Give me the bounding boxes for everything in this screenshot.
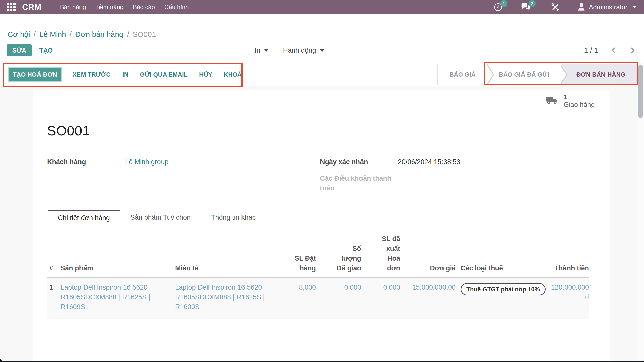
vertical-scrollbar-thumb[interactable]: [638, 65, 643, 118]
pager-value[interactable]: 1 / 1: [584, 46, 598, 55]
breadcrumb-separator: /: [70, 29, 72, 40]
statusbar: TẠO HOÁ ĐƠN XEM TRƯỚC IN GỬI QUA EMAIL H…: [0, 64, 644, 85]
breadcrumb-opportunities[interactable]: Cơ hội: [8, 29, 30, 40]
step-quotation-sent[interactable]: BÁO GIÁ ĐÃ GỬI: [487, 64, 561, 85]
tax-badge: Thuế GTGT phải nộp 10%: [461, 283, 546, 295]
truck-icon: [546, 96, 558, 106]
col-qty-invoiced: SL đã xuất Hoá đơn: [361, 228, 400, 278]
chevron-left-icon[interactable]: [610, 47, 617, 54]
message-count-badge: 2: [529, 0, 536, 7]
breadcrumb-separator: /: [34, 29, 36, 40]
col-index: #: [47, 228, 61, 278]
edit-button[interactable]: SỬA: [7, 44, 32, 56]
activities-button[interactable]: 1: [494, 3, 502, 11]
col-product: Sản phẩm: [61, 228, 175, 278]
product-link[interactable]: Laptop Dell Inspiron 16 5620 R1605SDCXM8…: [61, 283, 175, 312]
activity-count-badge: 1: [500, 0, 507, 7]
col-description: Miêu tả: [175, 228, 283, 278]
breadcrumb: Cơ hội / Lê Minh / Đơn bán hàng / SO001: [8, 29, 644, 40]
caret-down-icon: [632, 6, 637, 8]
lock-button[interactable]: KHOÁ: [224, 71, 242, 78]
main-content: 1 Giao hàng SO001 Khách hàng Lê Minh gro…: [0, 86, 637, 361]
caret-down-icon: [320, 49, 324, 52]
status-steps: BÁO GIÁ BÁO GIÁ ĐÃ GỬI ĐƠN BÁN HÀNG: [437, 64, 637, 85]
top-navbar: CRM Bán hàng Tiềm năng Báo cáo Cấu hình …: [0, 0, 644, 14]
print-button[interactable]: IN: [122, 71, 129, 78]
statusbar-buttons: TẠO HOÁ ĐƠN XEM TRƯỚC IN GỬI QUA EMAIL H…: [9, 68, 242, 81]
apps-grid-icon[interactable]: [7, 3, 16, 11]
messages-button[interactable]: 2: [521, 3, 531, 11]
delivery-count: 1: [564, 93, 595, 101]
field-group-right: Ngày xác nhận 20/06/2024 15:38:53 Các Đi…: [320, 157, 596, 200]
create-invoice-button[interactable]: TẠO HOÁ ĐƠN: [9, 68, 61, 81]
field-groups: Khách hàng Lê Minh group Ngày xác nhận 2…: [47, 157, 596, 200]
confirm-date-value: 20/06/2024 15:38:53: [398, 157, 460, 167]
col-qty-ordered: SL Đặt hàng: [283, 228, 316, 278]
tab-other-info[interactable]: Thông tin khác: [201, 210, 266, 226]
col-subtotal: Thành tiền: [546, 228, 589, 278]
table-header-row: # Sản phẩm Miêu tả SL Đặt hàng Số lượng …: [47, 228, 589, 278]
breadcrumb-separator: /: [127, 29, 129, 40]
preview-button[interactable]: XEM TRƯỚC: [73, 71, 111, 78]
delivery-smart-button[interactable]: 1 Giao hàng: [538, 90, 610, 111]
col-unit-price: Đơn giá: [400, 228, 456, 278]
control-dropdowns: In Hành động: [255, 44, 324, 56]
qty-invoiced-value: 0,000: [361, 278, 400, 319]
form-sheet: 1 Giao hàng SO001 Khách hàng Lê Minh gro…: [33, 90, 610, 361]
vertical-scrollbar-track[interactable]: [637, 63, 644, 361]
order-title: SO001: [47, 123, 610, 139]
wrench-icon: [551, 3, 560, 11]
subtotal-value: 120.000.000 đ: [546, 278, 589, 319]
create-button[interactable]: TẠO: [39, 47, 53, 54]
caret-down-icon: [264, 49, 268, 52]
breadcrumb-sale-orders[interactable]: Đơn bán hàng: [75, 29, 123, 40]
tab-optional-products[interactable]: Sản phẩm Tuỳ chọn: [120, 210, 201, 226]
user-name: Administrator: [589, 3, 627, 11]
menu-config[interactable]: Cấu hình: [163, 2, 190, 12]
field-group-left: Khách hàng Lê Minh group: [47, 157, 320, 200]
user-menu[interactable]: Administrator: [577, 2, 637, 12]
col-qty-delivered: Số lượng Đã giao: [316, 228, 361, 278]
breadcrumb-current: SO001: [133, 29, 156, 40]
col-taxes: Các loại thuế: [456, 228, 546, 278]
control-panel: SỬA TẠO In Hành động 1 / 1: [7, 44, 644, 56]
notebook-tabs: Chi tiết đơn hàng Sản phẩm Tuỳ chọn Thôn…: [48, 210, 610, 226]
developer-tools-button[interactable]: [551, 3, 560, 11]
step-quotation[interactable]: BÁO GIÁ: [438, 64, 487, 85]
row-index: 1: [47, 278, 61, 319]
cancel-button[interactable]: HỦY: [199, 71, 212, 78]
chevron-right-icon[interactable]: [629, 47, 636, 54]
menu-leads[interactable]: Tiềm năng: [94, 2, 125, 12]
qty-delivered-value: 0,000: [316, 278, 361, 319]
navbar-right: 1 2: [494, 2, 637, 12]
breadcrumb-lead[interactable]: Lê Minh: [39, 29, 66, 40]
menu-sales[interactable]: Bán hàng: [59, 2, 88, 12]
confirm-date-label: Ngày xác nhận: [320, 157, 398, 167]
currency-symbol: đ: [585, 293, 589, 301]
menu-reports[interactable]: Báo cáo: [131, 2, 156, 12]
send-email-button[interactable]: GỬI QUA EMAIL: [140, 71, 188, 78]
order-lines-table: # Sản phẩm Miêu tả SL Đặt hàng Số lượng …: [47, 228, 589, 319]
unit-price-value: 15.000.000,00: [400, 278, 456, 319]
customer-link[interactable]: Lê Minh group: [125, 158, 169, 166]
delivery-label: Giao hàng: [564, 101, 595, 108]
app-window: CRM Bán hàng Tiềm năng Báo cáo Cấu hình …: [0, 0, 644, 361]
tab-order-lines[interactable]: Chi tiết đơn hàng: [48, 210, 120, 226]
customer-label: Khách hàng: [47, 157, 125, 167]
app-title[interactable]: CRM: [22, 2, 42, 12]
user-avatar-icon: [577, 2, 585, 12]
qty-ordered-value: 8,000: [283, 278, 316, 319]
action-dropdown[interactable]: Hành động: [283, 47, 324, 54]
payment-terms-label: Các Điều khoản thanh toán: [320, 174, 398, 193]
smart-button-row: 1 Giao hàng: [33, 90, 610, 111]
main-menu: Bán hàng Tiềm năng Báo cáo Cấu hình: [59, 2, 190, 12]
table-row[interactable]: 1 Laptop Dell Inspiron 16 5620 R1605SDCX…: [47, 278, 589, 319]
description-link[interactable]: Laptop Dell Inspiron 16 5620 R1605SDCXM8…: [175, 283, 283, 312]
pager: 1 / 1: [584, 44, 636, 56]
step-sale-order-active[interactable]: ĐƠN BÁN HÀNG: [561, 64, 637, 85]
print-dropdown[interactable]: In: [255, 47, 268, 54]
